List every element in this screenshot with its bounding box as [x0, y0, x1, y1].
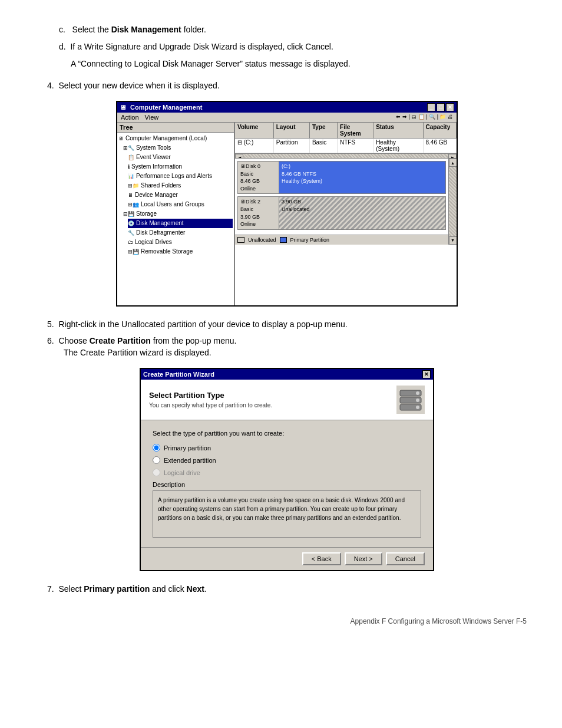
tree-item-system-info[interactable]: ℹ System Information [128, 162, 233, 172]
cm-disk-area: 🖥Disk 0 Basic 8.46 GB Online (C:) 8.46 G… [235, 159, 448, 235]
radio-extended-input[interactable] [153, 456, 160, 464]
scroll-track-h [243, 154, 448, 159]
radio-extended-partition[interactable]: Extended partition [153, 456, 421, 464]
tree-item-system-tools[interactable]: ⊞🔧 System Tools [123, 143, 233, 153]
scroll-up-button[interactable]: ▲ [449, 159, 457, 167]
cm-minimize-button[interactable]: _ [427, 103, 435, 111]
back-button[interactable]: < Back [302, 552, 341, 565]
col-type: Type [310, 123, 338, 138]
cm-tree-header: Tree [117, 123, 234, 133]
disk-0-partition: (C:) 8.46 GB NTFS Healthy (System) [279, 162, 445, 193]
scroll-down-button[interactable]: ▼ [449, 236, 457, 245]
cm-maximize-button[interactable]: □ [437, 103, 445, 111]
cancel-button[interactable]: Cancel [386, 552, 425, 565]
cell-status: Healthy (System) [373, 139, 423, 153]
cm-titlebar-buttons: _ □ ✕ [427, 103, 454, 111]
radio-logical-drive[interactable]: Logical drive [153, 469, 421, 476]
step-6-num: 6. [47, 336, 54, 345]
cm-screenshot: 🖥 Computer Management _ □ ✕ Action View … [47, 101, 527, 307]
cell-layout: Partition [274, 139, 310, 153]
radio-logical-label: Logical drive [164, 469, 200, 476]
step-4-num: 4. [47, 81, 54, 90]
disk-0-info: 🖥Disk 0 Basic 8.46 GB Online [238, 162, 279, 193]
disk-0-status: Online [240, 185, 276, 193]
wizard-close-button[interactable]: ✕ [422, 370, 431, 378]
legend-unalloc-label: Unallocated [248, 237, 276, 243]
step-d-text2: A “Connecting to Logical Disk Manager Se… [71, 58, 527, 70]
cm-close-button[interactable]: ✕ [446, 103, 454, 111]
cm-tree-content: 🖥 Computer Management (Local) ⊞🔧 System … [117, 133, 234, 258]
cm-right-panel: Volume Layout Type File System Status Ca… [235, 123, 457, 305]
step-5-text: Right-click in the Unallocated partition… [58, 319, 347, 329]
cm-legend: Unallocated Primary Partition [235, 235, 448, 245]
cm-title: 🖥 Computer Management [120, 104, 202, 111]
cm-list-view: Volume Layout Type File System Status Ca… [235, 123, 457, 158]
tree-item-disk-mgmt[interactable]: 💿 Disk Management [128, 219, 233, 228]
scroll-left-button[interactable]: ◀ [235, 154, 243, 159]
wizard-title: Create Partition Wizard [143, 371, 214, 378]
cm-window: 🖥 Computer Management _ □ ✕ Action View … [116, 101, 458, 307]
step-7-num: 7. [47, 584, 54, 594]
tree-item-disk-defrag[interactable]: 🔧 Disk Defragmenter [128, 228, 233, 238]
radio-extended-label: Extended partition [164, 457, 216, 464]
cm-menubar: Action View ⬅ ➡ | 🗂 📋 | 🔍 | 📁 🖨 [117, 113, 457, 123]
col-status: Status [373, 123, 423, 138]
disk-2-size: 3.90 GB [240, 213, 276, 221]
tree-item-logical-drives[interactable]: 🗂 Logical Drives [128, 238, 233, 247]
cm-toolbar-icons: ⬅ ➡ | 🗂 📋 | 🔍 | 📁 🖨 [396, 114, 453, 121]
step-7-post: . [204, 584, 207, 594]
wizard-header-subtitle: You can specify what type of partition t… [149, 402, 272, 409]
disk-2-row: 🖥Disk 2 Basic 3.90 GB Online 3.90 GB Una… [237, 196, 446, 229]
disk-2-part-status: Unallocated [282, 206, 443, 213]
tree-item-storage[interactable]: ⊟💾 Storage [123, 209, 233, 219]
disk-0-row: 🖥Disk 0 Basic 8.46 GB Online (C:) 8.46 G… [237, 161, 446, 194]
next-button[interactable]: Next > [345, 552, 382, 565]
radio-primary-input[interactable] [153, 444, 160, 452]
tree-item-local-users[interactable]: ⊞👥 Local Users and Groups [128, 200, 233, 209]
disk-2-partition[interactable]: 3.90 GB Unallocated [279, 197, 445, 229]
tree-item-device-manager[interactable]: 🖥 Device Manager [128, 190, 233, 200]
wizard-header-text: Select Partition Type You can specify wh… [149, 391, 272, 409]
legend-unalloc-box [237, 237, 244, 243]
col-capacity: Capacity [424, 123, 457, 138]
disk-2-info: 🖥Disk 2 Basic 3.90 GB Online [238, 197, 279, 229]
legend-primary-label: Primary Partition [290, 237, 330, 243]
radio-primary-partition[interactable]: Primary partition [153, 444, 421, 452]
cm-menu-view[interactable]: View [145, 114, 159, 121]
scrollbar-vertical[interactable]: ▲ ▼ [448, 159, 457, 245]
scrollbar-horizontal[interactable]: ◀ ▶ [235, 153, 457, 158]
wizard-screenshot: Create Partition Wizard ✕ Select Partiti… [47, 368, 527, 571]
cell-fs: NTFS [338, 139, 373, 153]
cell-capacity: 8.46 GB [424, 139, 457, 153]
svg-point-4 [416, 398, 419, 402]
cm-titlebar: 🖥 Computer Management _ □ ✕ [117, 102, 457, 113]
col-volume: Volume [235, 123, 274, 138]
wizard-prompt: Select the type of partition you want to… [153, 430, 421, 437]
tree-item-computer-mgmt[interactable]: 🖥 Computer Management (Local) [118, 134, 233, 143]
cm-disk-view: 🖥Disk 0 Basic 8.46 GB Online (C:) 8.46 G… [235, 158, 457, 245]
tree-item-removable[interactable]: ⊞💾 Removable Storage [128, 247, 233, 256]
scroll-right-button[interactable]: ▶ [448, 154, 457, 159]
cm-menu-action[interactable]: Action [121, 114, 139, 121]
disk-2-type: Basic [240, 206, 276, 213]
step-4: 4. Select your new device when it is dis… [47, 81, 527, 90]
list-row-c: ⊟ (C:) Partition Basic NTFS Healthy (Sys… [235, 139, 457, 153]
svg-point-3 [416, 391, 419, 395]
tree-item-event-viewer[interactable]: 📋 Event Viewer [128, 153, 233, 162]
col-layout: Layout [274, 123, 310, 138]
cm-tree-panel: Tree 🖥 Computer Management (Local) ⊞🔧 Sy… [117, 123, 235, 305]
step-c-bold: Disk Management [111, 25, 181, 34]
step-6-post: from the pop-up menu. [151, 336, 237, 345]
step-c: c. Select the Disk Management folder. [59, 24, 527, 36]
step-5: 5. Right-click in the Unallocated partit… [47, 319, 527, 329]
tree-item-shared-folders[interactable]: ⊞📁 Shared Folders [128, 181, 233, 190]
step-d: d. If a Write Signature and Upgrade Disk… [59, 41, 527, 53]
tree-item-perf-logs[interactable]: 📊 Performance Logs and Alerts [128, 172, 233, 181]
description-label: Description [153, 481, 421, 488]
step-6-pre: Choose [58, 336, 89, 345]
radio-logical-input[interactable] [153, 469, 160, 476]
wizard-footer: < Back Next > Cancel [141, 547, 433, 570]
step-7-pre: Select [58, 584, 84, 594]
step-d-label: d. [59, 42, 70, 51]
disk-2-status: Online [240, 220, 276, 228]
